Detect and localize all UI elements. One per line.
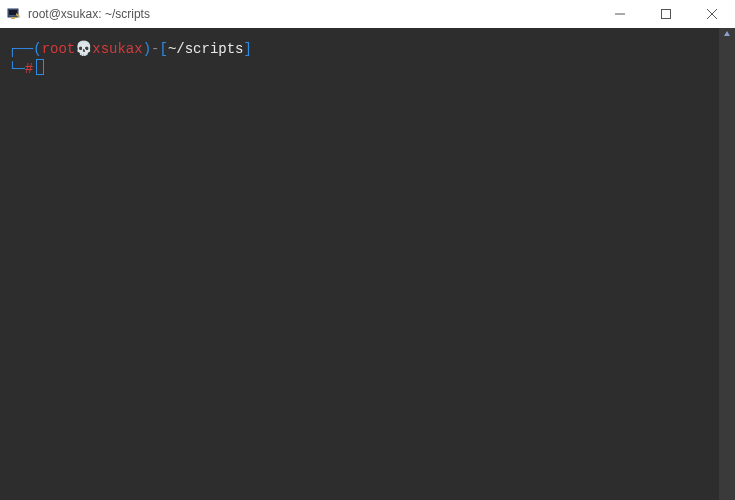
svg-rect-4 <box>662 10 671 19</box>
titlebar[interactable]: root@xsukax: ~/scripts <box>0 0 735 28</box>
prompt-corner-bottom: └─ <box>8 61 25 77</box>
prompt-corner-top: ┌── <box>8 41 33 57</box>
prompt-hash: # <box>25 61 33 77</box>
terminal[interactable]: ┌──(root💀xsukax)-[~/scripts] └─# <box>0 28 719 500</box>
terminal-cursor <box>36 59 44 75</box>
window-title: root@xsukax: ~/scripts <box>28 7 597 21</box>
prompt-host: xsukax <box>92 41 142 57</box>
prompt-bracket-close: ] <box>244 41 252 57</box>
scrollbar[interactable] <box>719 28 735 500</box>
minimize-button[interactable] <box>597 0 643 28</box>
prompt-path: ~/scripts <box>168 41 244 57</box>
maximize-button[interactable] <box>643 0 689 28</box>
terminal-container: ┌──(root💀xsukax)-[~/scripts] └─# <box>0 28 735 500</box>
close-button[interactable] <box>689 0 735 28</box>
svg-rect-1 <box>9 10 17 15</box>
prompt-bracket-open: [ <box>159 41 167 57</box>
window-controls <box>597 0 735 28</box>
svg-rect-2 <box>11 17 15 19</box>
skull-icon: 💀 <box>75 41 92 57</box>
app-window: root@xsukax: ~/scripts ┌──(root💀xsukax)-… <box>0 0 735 500</box>
prompt-paren-open: ( <box>33 41 41 57</box>
putty-icon <box>6 6 22 22</box>
prompt-user: root <box>42 41 76 57</box>
prompt-paren-close: ) <box>143 41 151 57</box>
scroll-up-arrow-icon[interactable] <box>719 30 735 38</box>
